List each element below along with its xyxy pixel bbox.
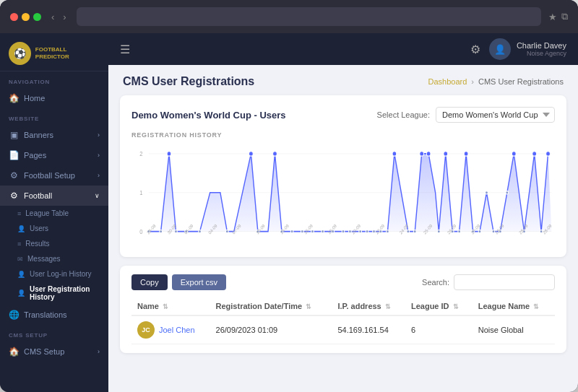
sidebar-item-banners[interactable]: ▣ Banners › bbox=[0, 125, 108, 145]
chevron-right-icon: › bbox=[98, 131, 100, 139]
cell-name: JC Joel Chen bbox=[131, 315, 210, 344]
svg-point-39 bbox=[413, 230, 416, 232]
browser-window: ‹ › ★ ⧉ ⚽ FOOTBALL PREDICTOR NAVIGATION … bbox=[0, 0, 578, 392]
svg-point-16 bbox=[532, 152, 537, 156]
sub-item-label: Users bbox=[30, 225, 48, 232]
svg-point-33 bbox=[359, 230, 362, 232]
svg-point-34 bbox=[366, 230, 368, 232]
export-button[interactable]: Export csv bbox=[172, 274, 226, 290]
svg-point-23 bbox=[225, 230, 228, 232]
maximize-button[interactable] bbox=[33, 13, 41, 21]
sub-item-label: League Table bbox=[25, 209, 69, 217]
sub-item-user-registration-history[interactable]: 👤 User Registration History bbox=[3, 282, 108, 305]
svg-point-37 bbox=[387, 230, 389, 232]
svg-point-26 bbox=[290, 230, 293, 232]
svg-point-9 bbox=[273, 152, 277, 156]
sub-item-league-table[interactable]: ≡ League Table bbox=[3, 206, 108, 221]
sidebar-item-label: Translations bbox=[24, 310, 67, 319]
hamburger-button[interactable]: ☰ bbox=[120, 43, 130, 56]
forward-button[interactable]: › bbox=[60, 10, 69, 24]
sidebar-item-cms-setup[interactable]: 🏠 CMS Setup › bbox=[0, 341, 108, 362]
sort-icon[interactable]: ⇅ bbox=[453, 303, 459, 310]
chart-card: Demo Women's World Cup - Users Select Le… bbox=[120, 95, 566, 257]
sub-item-label: Messages bbox=[27, 255, 61, 263]
league-select-group: Select League: Demo Women's World Cup bbox=[377, 107, 555, 123]
user-initials-badge: JC bbox=[137, 321, 155, 339]
copy-button[interactable]: Copy bbox=[131, 274, 168, 290]
search-input[interactable] bbox=[454, 274, 555, 290]
user-name-link[interactable]: Joel Chen bbox=[159, 326, 195, 334]
football-icon: ⚙ bbox=[9, 191, 19, 201]
user-text: Charlie Davey Noise Agency bbox=[517, 41, 566, 57]
sub-item-user-login-history[interactable]: 👤 User Log-in History bbox=[3, 266, 108, 282]
chevron-down-icon: ∨ bbox=[95, 192, 100, 199]
col-registration: Registration Date/Time ⇅ bbox=[210, 297, 332, 315]
new-tab-button[interactable]: ⧉ bbox=[561, 11, 568, 22]
football-sub-menu: ≡ League Table 👤 Users ≡ Results ✉ Messa… bbox=[0, 206, 108, 305]
svg-text:22-09: 22-09 bbox=[375, 223, 386, 235]
cell-league-id: 6 bbox=[405, 315, 473, 344]
page-title: CMS User Registrations bbox=[123, 75, 254, 88]
cms-setup-icon: 🏠 bbox=[9, 347, 19, 357]
close-button[interactable] bbox=[10, 13, 18, 21]
chevron-right-icon: › bbox=[98, 348, 100, 355]
browser-nav: ‹ › bbox=[48, 10, 69, 24]
list-icon: ≡ bbox=[17, 210, 21, 217]
cell-league-name: Noise Global bbox=[473, 315, 555, 344]
sidebar-item-pages[interactable]: 📄 Pages › bbox=[0, 145, 108, 165]
sidebar-item-home[interactable]: 🏠 Home bbox=[0, 88, 108, 108]
table-toolbar: Copy Export csv Search: bbox=[131, 274, 555, 290]
svg-point-38 bbox=[407, 230, 410, 232]
settings-button[interactable]: ⚙ bbox=[470, 43, 480, 56]
table-search: Search: bbox=[422, 274, 555, 290]
sidebar-item-football-setup[interactable]: ⚙ Football Setup › bbox=[0, 165, 108, 186]
svg-point-15 bbox=[512, 152, 516, 156]
col-league-id: League ID ⇅ bbox=[405, 297, 473, 315]
sort-icon[interactable]: ⇅ bbox=[385, 303, 391, 310]
table-header: Name ⇅ Registration Date/Time ⇅ I.P. add… bbox=[131, 297, 555, 315]
col-ip: I.P. address ⇅ bbox=[332, 297, 405, 315]
registrations-table: Name ⇅ Registration Date/Time ⇅ I.P. add… bbox=[131, 297, 555, 344]
logo-text: FOOTBALL PREDICTOR bbox=[35, 46, 100, 60]
sort-icon[interactable]: ⇅ bbox=[533, 303, 539, 310]
sub-item-messages[interactable]: ✉ Messages bbox=[3, 251, 108, 266]
sort-icon[interactable]: ⇅ bbox=[163, 303, 168, 310]
avatar-icon: 👤 bbox=[494, 44, 506, 55]
sidebar-item-label: Football Setup bbox=[24, 171, 75, 180]
user-cell: JC Joel Chen bbox=[137, 321, 204, 339]
address-bar[interactable] bbox=[77, 7, 541, 26]
league-select-label: Select League: bbox=[377, 110, 430, 119]
svg-text:2: 2 bbox=[139, 151, 143, 158]
sidebar-item-translations[interactable]: 🌐 Translations bbox=[0, 305, 108, 325]
svg-point-42 bbox=[458, 230, 461, 232]
sub-item-users[interactable]: 👤 Users bbox=[3, 221, 108, 236]
football-setup-icon: ⚙ bbox=[9, 170, 19, 180]
app-layout: ⚽ FOOTBALL PREDICTOR NAVIGATION 🏠 Home W… bbox=[0, 33, 578, 392]
svg-point-45 bbox=[486, 191, 488, 194]
league-select[interactable]: Demo Women's World Cup bbox=[436, 107, 555, 123]
registration-history-icon: 👤 bbox=[17, 289, 25, 297]
registration-history-label: REGISTRATION HISTORY bbox=[131, 131, 555, 139]
sidebar-item-label: Home bbox=[24, 94, 45, 103]
table-card: Copy Export csv Search: Name ⇅ bbox=[120, 266, 566, 353]
back-button[interactable]: ‹ bbox=[48, 10, 57, 24]
svg-text:01-09: 01-09 bbox=[184, 223, 194, 235]
svg-point-12 bbox=[426, 152, 431, 156]
sub-item-label: User Log-in History bbox=[30, 270, 92, 278]
sort-icon[interactable]: ⇅ bbox=[306, 303, 311, 310]
banners-icon: ▣ bbox=[9, 130, 19, 140]
sub-item-results[interactable]: ≡ Results bbox=[3, 236, 108, 251]
messages-icon: ✉ bbox=[17, 256, 23, 263]
sidebar-item-football[interactable]: ⚙ Football ∨ bbox=[0, 186, 108, 206]
breadcrumb-current: CMS User Registrations bbox=[478, 77, 564, 86]
svg-point-20 bbox=[175, 230, 178, 232]
minimize-button[interactable] bbox=[22, 13, 30, 21]
svg-point-13 bbox=[444, 152, 448, 156]
chevron-right-icon: › bbox=[98, 172, 100, 179]
chart-svg: 2 1 0 bbox=[131, 144, 555, 245]
bookmark-button[interactable]: ★ bbox=[548, 11, 557, 22]
page-header: CMS User Registrations Dashboard › CMS U… bbox=[108, 65, 578, 95]
user-avatar: 👤 bbox=[489, 38, 511, 60]
breadcrumb-dashboard[interactable]: Dashboard bbox=[428, 77, 467, 86]
svg-point-40 bbox=[437, 230, 440, 232]
